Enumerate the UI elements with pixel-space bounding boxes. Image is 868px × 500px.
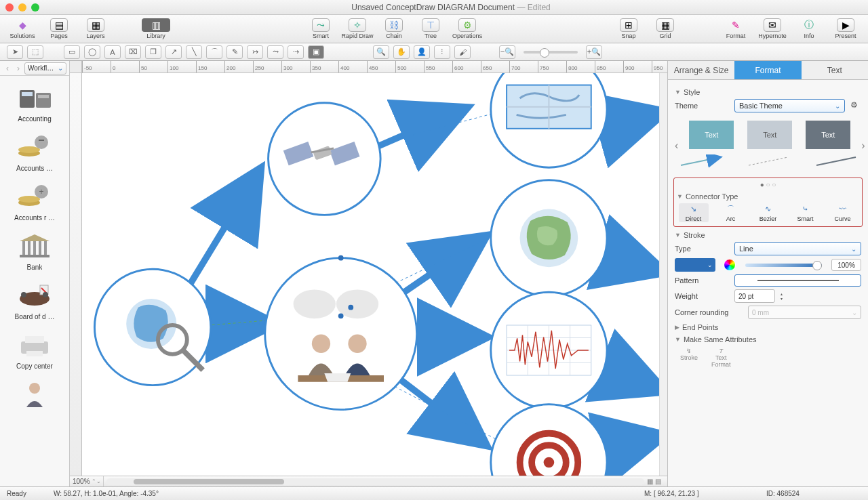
tab-format[interactable]: Format xyxy=(734,61,801,80)
lib-item-copycenter[interactable]: Copy center xyxy=(0,323,69,373)
toolbar-info[interactable]: ⓘInfo xyxy=(792,18,826,39)
style-swatch-1[interactable]: Text xyxy=(689,121,734,149)
ellipse-tool[interactable]: ◯ xyxy=(84,45,100,59)
zoom-out-button[interactable]: −🔍 xyxy=(499,45,515,59)
weight-label: Weight xyxy=(675,292,729,300)
gear-icon[interactable]: ⚙ xyxy=(850,100,861,111)
stroke-color-button[interactable]: ⌄ xyxy=(675,258,715,272)
connector-curve[interactable]: 〰Curve xyxy=(828,203,858,222)
diagram-canvas[interactable] xyxy=(82,73,659,476)
weight-stepper[interactable]: ▴▾ xyxy=(781,291,789,301)
connector-section-header[interactable]: ▼Connector Type xyxy=(677,192,859,201)
text-tool[interactable]: A xyxy=(104,45,121,59)
close-window-icon[interactable] xyxy=(5,3,14,12)
ruler-horizontal: -500501001502002503003504004505005506006… xyxy=(70,61,667,73)
conn1-tool[interactable]: ↣ xyxy=(247,45,263,59)
library-selector[interactable]: Workfl…⌄ xyxy=(24,62,66,75)
color-wheel-icon[interactable] xyxy=(724,259,736,271)
toolbar-library[interactable]: ▥Library xyxy=(136,18,176,39)
svg-point-78 xyxy=(338,255,344,261)
marquee-tool[interactable]: ⬚ xyxy=(27,45,43,59)
sameattr-section-header[interactable]: ▼Make Same Attributes xyxy=(675,335,861,343)
toolbar-pages[interactable]: ▤Pages xyxy=(42,18,76,39)
toolbar-solutions[interactable]: ◆Solutions xyxy=(5,18,39,39)
pan-tool[interactable]: ✋ xyxy=(393,45,410,59)
connector-bezier[interactable]: ∿Bezier xyxy=(753,203,783,222)
toolbar-grid[interactable]: ▦Grid xyxy=(648,18,682,39)
opacity-slider[interactable] xyxy=(745,264,822,267)
style-swatch-3[interactable]: Text xyxy=(806,121,850,149)
conn4-tool[interactable]: ▣ xyxy=(308,45,324,59)
theme-select[interactable]: Basic Theme⌄ xyxy=(734,99,845,112)
tab-text[interactable]: Text xyxy=(802,61,868,80)
pattern-select[interactable] xyxy=(734,274,861,287)
rect-tool[interactable]: ▭ xyxy=(64,45,80,59)
note-tool[interactable]: ❐ xyxy=(145,45,161,59)
stroke-section-header[interactable]: ▼Stroke xyxy=(675,231,861,239)
zoom-in-icon[interactable]: 🔍 xyxy=(373,45,389,59)
lib-back-icon[interactable]: ‹ xyxy=(3,64,12,73)
toolbar-present[interactable]: ▶Present xyxy=(829,18,863,39)
toolbar-rapiddraw[interactable]: ✧Rapid Draw xyxy=(340,18,374,39)
toolbar-smart[interactable]: ⤳Smart xyxy=(304,18,338,39)
lib-item-accounts-r[interactable]: +Accounts r … xyxy=(0,175,69,224)
connector-arc[interactable]: ⌒Arc xyxy=(716,203,746,222)
lib-item-person[interactable] xyxy=(0,373,69,413)
svg-point-59 xyxy=(312,335,330,353)
svg-line-83 xyxy=(816,157,856,165)
pointer-tool[interactable]: ➤ xyxy=(7,45,23,59)
line2-tool[interactable]: ╲ xyxy=(186,45,202,59)
same-textformat-button[interactable]: TText Format xyxy=(711,348,731,368)
maximize-window-icon[interactable] xyxy=(31,3,39,12)
conn2-tool[interactable]: ⤳ xyxy=(267,45,283,59)
arrow-sample-1[interactable] xyxy=(678,154,726,168)
arrow-sample-2[interactable] xyxy=(746,154,793,168)
toolbar-chain[interactable]: ⛓Chain xyxy=(377,18,411,39)
canvas-hscroll[interactable] xyxy=(106,478,644,485)
stroke-type-select[interactable]: Line⌄ xyxy=(734,242,861,255)
titlebar: Unsaved ConceptDraw DIAGRAM Document — E… xyxy=(0,0,868,15)
lib-item-accounting[interactable]: Accounting xyxy=(0,76,69,125)
lib-fwd-icon[interactable]: › xyxy=(14,64,23,73)
toolbar-operations[interactable]: ⚙Operations xyxy=(450,18,484,39)
arrow-sample-3[interactable] xyxy=(814,154,861,168)
canvas-area: -500501001502002503003504004505005506006… xyxy=(70,61,667,486)
weight-field[interactable]: 20 pt xyxy=(734,289,775,303)
svg-point-26 xyxy=(29,383,40,394)
svg-rect-14 xyxy=(28,241,31,255)
lib-item-board[interactable]: Board of d … xyxy=(0,274,69,323)
toolbar-layers[interactable]: ▦Layers xyxy=(79,18,113,39)
page-dots: ● ○ ○ xyxy=(677,181,859,188)
minimize-window-icon[interactable] xyxy=(18,3,26,12)
connector-direct[interactable]: ↘Direct xyxy=(679,203,709,222)
tab-arrange[interactable]: Arrange & Size xyxy=(668,61,734,80)
toolbar-tree[interactable]: ⊤Tree xyxy=(414,18,448,39)
opacity-field[interactable]: 100% xyxy=(831,259,861,271)
same-stroke-button[interactable]: ↯Stroke xyxy=(680,348,698,368)
pen-tool[interactable]: ✎ xyxy=(226,45,243,59)
line-tool[interactable]: ↗ xyxy=(165,45,182,59)
toolbar-snap[interactable]: ⊞Snap xyxy=(612,18,646,39)
toolbar-format[interactable]: ✎Format xyxy=(719,18,753,39)
person-tool[interactable]: 👤 xyxy=(414,45,430,59)
svg-point-57 xyxy=(294,289,336,318)
brush-tool[interactable]: 🖌 xyxy=(454,45,471,59)
textbox-tool[interactable]: ⌧ xyxy=(125,45,141,59)
style-next-icon[interactable]: › xyxy=(861,140,865,152)
connector-smart[interactable]: ⤷Smart xyxy=(791,203,821,222)
zoom-slider[interactable] xyxy=(524,51,578,54)
endpoints-section-header[interactable]: ▶End Points xyxy=(675,323,861,331)
style-section-header[interactable]: ▼Style xyxy=(675,88,861,96)
corner-field[interactable]: 0 mm⌄ xyxy=(748,306,861,319)
zoom-field[interactable]: 100%⌃⌄ xyxy=(70,476,104,486)
eyedrop-tool[interactable]: ⁝ xyxy=(434,45,450,59)
svg-rect-15 xyxy=(33,241,36,255)
zoom-in-button[interactable]: +🔍 xyxy=(586,45,602,59)
lib-item-accounts[interactable]: Accounts … xyxy=(0,125,69,175)
arc-tool[interactable]: ⌒ xyxy=(206,45,222,59)
toolbar-hypernote[interactable]: ✉Hypernote xyxy=(755,18,789,39)
canvas-vscroll[interactable] xyxy=(659,73,667,476)
lib-item-bank[interactable]: Bank xyxy=(0,224,69,274)
conn3-tool[interactable]: ⇢ xyxy=(288,45,304,59)
style-swatch-2[interactable]: Text xyxy=(747,121,792,149)
